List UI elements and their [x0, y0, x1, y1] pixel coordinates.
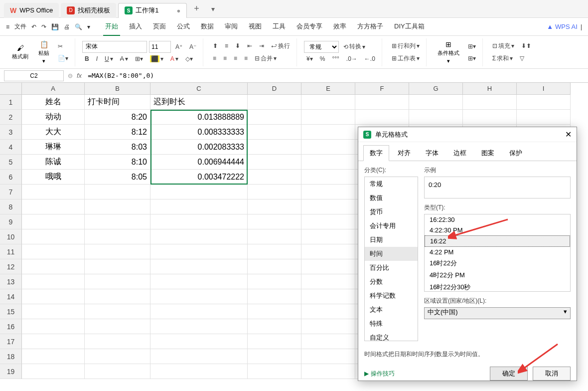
- save-button[interactable]: 💾: [49, 20, 61, 33]
- cell[interactable]: [85, 289, 150, 304]
- col-header-a[interactable]: A: [22, 83, 85, 95]
- col-header-e[interactable]: E: [301, 83, 355, 95]
- cell[interactable]: [517, 95, 571, 110]
- currency-button[interactable]: ¥▾: [304, 54, 315, 64]
- cell[interactable]: 0.003472222: [150, 170, 248, 185]
- cell[interactable]: 0.013888889: [150, 110, 248, 125]
- cond-format-button[interactable]: ⊞条件格式▾: [434, 38, 463, 66]
- row-header[interactable]: 18: [0, 349, 22, 364]
- cell[interactable]: [22, 349, 85, 364]
- cell[interactable]: [150, 244, 248, 259]
- cell[interactable]: [85, 334, 150, 349]
- align-top-button[interactable]: ⬆: [210, 41, 220, 51]
- tab-home[interactable]: 开始: [103, 18, 120, 36]
- row-header[interactable]: 14: [0, 289, 22, 304]
- locale-select[interactable]: 中文(中国)▾: [424, 307, 571, 319]
- cell[interactable]: [22, 185, 85, 199]
- cell[interactable]: [248, 259, 301, 274]
- select-all-corner[interactable]: [0, 83, 22, 95]
- tab-member[interactable]: 会员专享: [294, 18, 324, 36]
- dialog-tab-font[interactable]: 字体: [419, 145, 445, 161]
- clear-format-button[interactable]: ◇▾: [183, 54, 195, 64]
- indent-right-button[interactable]: ⇥: [257, 41, 267, 51]
- cell[interactable]: [248, 95, 301, 110]
- cell[interactable]: [22, 364, 85, 379]
- row-header[interactable]: 11: [0, 244, 22, 259]
- category-item[interactable]: 特殊: [365, 317, 418, 331]
- cell[interactable]: [248, 304, 301, 319]
- cell[interactable]: [301, 349, 355, 364]
- cancel-button[interactable]: 取消: [533, 367, 571, 381]
- cell[interactable]: [301, 319, 355, 334]
- dialog-tab-align[interactable]: 对齐: [391, 145, 417, 161]
- row-header[interactable]: 13: [0, 274, 22, 289]
- category-item[interactable]: 货币: [365, 205, 418, 219]
- row-col-button[interactable]: ⊞ 行和列▾: [389, 40, 422, 52]
- row-header[interactable]: 19: [0, 364, 22, 379]
- fx-icon[interactable]: fx: [77, 72, 82, 79]
- dialog-tab-pattern[interactable]: 图案: [475, 145, 501, 161]
- cell[interactable]: [409, 110, 463, 125]
- table-style-button[interactable]: ⊞▾: [465, 53, 478, 63]
- row-header[interactable]: 17: [0, 334, 22, 349]
- cell[interactable]: [150, 364, 248, 379]
- col-header-f[interactable]: F: [355, 83, 409, 95]
- cell[interactable]: [248, 229, 301, 244]
- cell[interactable]: [85, 199, 150, 214]
- tab-menu-button[interactable]: ▾: [206, 5, 220, 13]
- cell[interactable]: 0.002083333: [150, 140, 248, 155]
- cell[interactable]: [22, 214, 85, 229]
- cancel-formula-icon[interactable]: ⊖: [68, 72, 73, 79]
- cell[interactable]: [248, 199, 301, 214]
- row-header[interactable]: 10: [0, 229, 22, 244]
- cell[interactable]: [248, 289, 301, 304]
- cell[interactable]: [301, 259, 355, 274]
- cell[interactable]: 大大: [22, 125, 85, 140]
- more-button[interactable]: ▾: [85, 20, 92, 33]
- cell[interactable]: [150, 259, 248, 274]
- underline-button[interactable]: U▾: [102, 54, 116, 64]
- cell[interactable]: [150, 274, 248, 289]
- workbook-tab[interactable]: S 工作簿1 ●: [118, 3, 187, 18]
- comma-button[interactable]: °°°: [329, 54, 341, 64]
- filter-button[interactable]: ▽: [517, 53, 527, 63]
- cell[interactable]: [85, 319, 150, 334]
- cell[interactable]: [150, 229, 248, 244]
- cell[interactable]: [248, 364, 301, 379]
- category-item[interactable]: 常规: [365, 177, 418, 191]
- row-header[interactable]: 5: [0, 155, 22, 170]
- align-middle-button[interactable]: ≡: [222, 41, 231, 51]
- cell[interactable]: 琳琳: [22, 140, 85, 155]
- tab-formula[interactable]: 公式: [175, 18, 192, 36]
- cell-style-button[interactable]: ⊞▾: [465, 41, 478, 51]
- cell[interactable]: [301, 185, 355, 199]
- cell[interactable]: [150, 199, 248, 214]
- cell[interactable]: [85, 229, 150, 244]
- cell[interactable]: [301, 364, 355, 379]
- cell[interactable]: [248, 125, 301, 140]
- indent-left-button[interactable]: ⇤: [245, 41, 255, 51]
- cell[interactable]: [463, 95, 517, 110]
- cell[interactable]: 0.008333333: [150, 125, 248, 140]
- cell[interactable]: [301, 199, 355, 214]
- type-item[interactable]: 16:22: [425, 235, 570, 247]
- cell[interactable]: [517, 110, 571, 125]
- close-icon[interactable]: ✕: [565, 130, 572, 139]
- increase-font-button[interactable]: A⁺: [173, 42, 185, 52]
- row-header[interactable]: 1: [0, 95, 22, 110]
- category-list[interactable]: 常规数值货币会计专用日期时间百分比分数科学记数文本特殊自定义: [364, 177, 418, 341]
- cell[interactable]: [301, 140, 355, 155]
- tab-insert[interactable]: 插入: [127, 18, 144, 36]
- category-item[interactable]: 百分比: [365, 261, 418, 275]
- cell[interactable]: [85, 214, 150, 229]
- cell[interactable]: [248, 170, 301, 185]
- cell[interactable]: [150, 304, 248, 319]
- tab-review[interactable]: 审阅: [223, 18, 240, 36]
- cell[interactable]: 8:12: [85, 125, 150, 140]
- name-box[interactable]: [4, 70, 64, 81]
- category-item[interactable]: 会计专用: [365, 219, 418, 233]
- template-tab[interactable]: D 找稻壳模板: [61, 3, 116, 18]
- paste-button[interactable]: 📋粘贴▾: [34, 38, 53, 66]
- cell[interactable]: [301, 304, 355, 319]
- type-item[interactable]: 16时22分30秒: [425, 281, 570, 292]
